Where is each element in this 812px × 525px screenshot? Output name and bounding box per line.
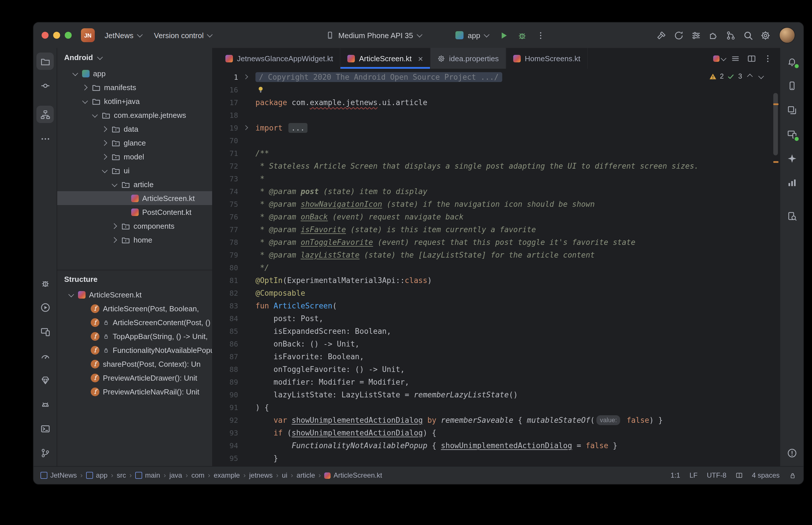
running-devices-icon[interactable] (36, 323, 54, 340)
app-quality-insights-icon[interactable] (783, 174, 800, 191)
breadcrumb-app[interactable]: app (86, 471, 107, 479)
breadcrumb-main[interactable]: main (135, 471, 160, 479)
structure-item-previewarticledrawer-unit[interactable]: PreviewArticleDrawer(): Unit (57, 371, 212, 385)
minimize-window-button[interactable] (53, 32, 60, 39)
code-line-92[interactable]: 92 var showUnimplementedActionDialog by … (213, 414, 780, 426)
debug-button[interactable] (514, 27, 530, 43)
chevron-right-icon[interactable] (101, 126, 107, 132)
more-tool-windows-icon[interactable] (36, 130, 54, 147)
tree-item-home[interactable]: home (57, 233, 212, 246)
tab-homescreens-kt[interactable]: HomeScreens.kt (506, 48, 588, 69)
build-icon[interactable] (653, 27, 669, 43)
code-line-89[interactable]: 89 modifier: Modifier = Modifier, (213, 375, 780, 388)
tree-item-glance[interactable]: glance (57, 136, 212, 150)
device-selector[interactable]: Medium Phone API 35 (321, 27, 426, 43)
app-inspection-icon[interactable] (36, 274, 54, 292)
structure-root[interactable]: ArticleScreen.kt (57, 288, 212, 301)
breadcrumb-ui[interactable]: ui (282, 471, 287, 479)
next-issue-icon[interactable] (758, 73, 764, 78)
indent-icon[interactable] (736, 472, 743, 479)
encoding-widget[interactable]: UTF-8 (707, 471, 726, 479)
breadcrumb-article[interactable]: article (296, 471, 315, 479)
project-name-menu[interactable]: JetNews (99, 27, 147, 43)
breadcrumb-com[interactable]: com (191, 471, 204, 479)
intention-bulb-icon[interactable] (256, 86, 265, 93)
zoom-window-button[interactable] (65, 32, 72, 39)
tab-list-icon[interactable] (728, 51, 743, 66)
inspections-widget[interactable]: 2 3 (705, 71, 766, 81)
chevron-down-icon[interactable] (92, 112, 98, 118)
tab-articlescreen-kt[interactable]: ArticleScreen.kt (340, 48, 431, 69)
terminal-icon[interactable] (36, 420, 54, 437)
device-manager-icon[interactable] (783, 77, 800, 94)
user-avatar[interactable] (779, 27, 795, 43)
chevron-right-icon[interactable] (101, 140, 107, 146)
tree-item-app[interactable]: app (57, 66, 212, 80)
logcat-icon[interactable] (36, 396, 54, 413)
structure-item-previewarticlenavrail-unit[interactable]: PreviewArticleNavRail(): Unit (57, 385, 212, 399)
gemini-icon[interactable] (783, 150, 800, 167)
breadcrumb-jetnews[interactable]: jetnews (249, 471, 272, 479)
chevron-right-icon[interactable] (111, 223, 117, 229)
project-panel-header[interactable]: Android (57, 48, 212, 66)
tab-close-icon[interactable] (418, 54, 423, 63)
breadcrumb-jetnews[interactable]: JetNews (41, 471, 77, 479)
code-line-78[interactable]: 78 * @param onToggleFavorite (event) req… (213, 236, 780, 248)
dependencies-icon[interactable] (36, 371, 54, 389)
hidden-tabs-icon[interactable] (711, 51, 726, 66)
code-line-73[interactable]: 73 * (213, 172, 780, 185)
code-line-71[interactable]: 71/** (213, 147, 780, 160)
build-variants-icon[interactable] (688, 27, 704, 43)
code-line-82[interactable]: 82@Composable (213, 286, 780, 299)
warning-stripe-mark[interactable] (773, 103, 779, 105)
split-editor-icon[interactable] (744, 51, 759, 66)
profiler-icon[interactable] (36, 347, 54, 364)
code-line-18[interactable]: 18 (213, 109, 780, 121)
code-line-79[interactable]: 79 * @param lazyListState (state) the [L… (213, 248, 780, 261)
code-line-74[interactable]: 74 * @param post (state) item to display (213, 185, 780, 197)
run-configuration-selector[interactable]: app (451, 27, 493, 43)
code-line-76[interactable]: 76 * @param onBack (event) request navig… (213, 210, 780, 223)
resource-manager-icon[interactable] (783, 101, 800, 118)
commit-icon[interactable] (36, 77, 54, 94)
settings-icon[interactable] (757, 27, 773, 43)
structure-item-articlescreen-post-boolean[interactable]: ArticleScreen(Post, Boolean, (57, 301, 212, 315)
structure-panel-header[interactable]: Structure (57, 270, 212, 288)
tree-item-components[interactable]: components (57, 219, 212, 233)
code-line-91[interactable]: 91) { (213, 401, 780, 414)
tree-item-com-example-jetnews[interactable]: com.example.jetnews (57, 108, 212, 122)
code-editor[interactable]: 1/ Copyright 2020 The Android Open Sourc… (213, 69, 780, 466)
code-line-16[interactable]: 16 (213, 83, 780, 96)
code-line-85[interactable]: 85 isExpandedScreen: Boolean, (213, 325, 780, 337)
code-line-77[interactable]: 77 * @param isFavorite (state) is this i… (213, 223, 780, 236)
tree-item-manifests[interactable]: manifests (57, 80, 212, 94)
chevron-right-icon[interactable] (82, 84, 87, 90)
notifications-icon[interactable] (783, 52, 800, 70)
close-window-button[interactable] (42, 32, 48, 39)
code-line-84[interactable]: 84 post: Post, (213, 312, 780, 325)
code-line-83[interactable]: 83fun ArticleScreen( (213, 299, 780, 312)
plugins-icon[interactable] (705, 27, 721, 43)
breadcrumb-example[interactable]: example (214, 471, 240, 479)
problems-icon[interactable] (783, 444, 800, 462)
code-line-88[interactable]: 88 onToggleFavorite: () -> Unit, (213, 363, 780, 375)
structure-item-topappbar-string-unit[interactable]: TopAppBar(String, () -> Unit, (57, 329, 212, 343)
breadcrumb-java[interactable]: java (169, 471, 182, 479)
more-run-options-button[interactable] (533, 27, 549, 43)
structure-item-articlescreencontent-post[interactable]: ArticleScreenContent(Post, () (57, 315, 212, 329)
project-icon[interactable] (36, 52, 54, 70)
code-line-87[interactable]: 87 isFavorite: Boolean, (213, 350, 780, 363)
structure-icon[interactable] (36, 106, 54, 123)
pull-requests-icon[interactable] (722, 27, 739, 43)
code-line-90[interactable]: 90 lazyListState: LazyListState = rememb… (213, 388, 780, 401)
code-line-19[interactable]: 19import ... (213, 121, 780, 134)
fold-chevron-icon[interactable] (243, 125, 248, 130)
chevron-right-icon[interactable] (101, 154, 107, 160)
version-control-icon[interactable] (36, 444, 54, 462)
running-devices-icon[interactable] (783, 125, 800, 142)
code-line-72[interactable]: 72 * Stateless Article Screen that displ… (213, 160, 780, 172)
code-line-17[interactable]: 17package com.example.jetnews.ui.article (213, 96, 780, 109)
device-explorer-icon[interactable] (783, 207, 800, 225)
line-separator-widget[interactable]: LF (690, 471, 697, 479)
scrollbar-thumb[interactable] (773, 93, 778, 155)
